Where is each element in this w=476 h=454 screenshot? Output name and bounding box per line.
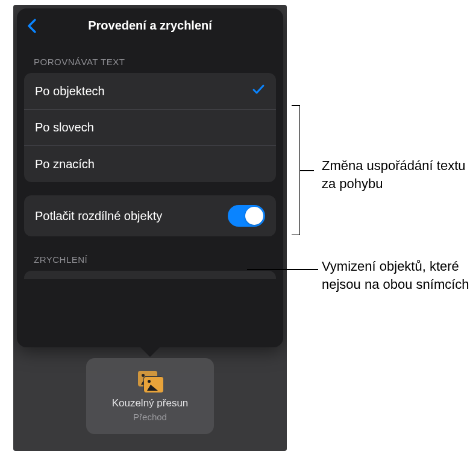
- fade-unmatched-row: Potlačit rozdílné objekty: [24, 195, 276, 236]
- callout-bracket: [292, 105, 300, 235]
- transition-thumbnail[interactable]: Kouzelný přesun Přechod: [86, 358, 214, 434]
- popover-title: Provedení a zrychlení: [88, 19, 212, 33]
- fade-group: Potlačit rozdílné objekty: [24, 195, 276, 236]
- option-label: Po objektech: [35, 84, 105, 98]
- thumbnail-subtitle: Přechod: [133, 412, 167, 422]
- popover-header: Provedení a zrychlení: [17, 8, 283, 42]
- callout-text-match: Změna uspořádání textu za pohybu: [322, 157, 476, 192]
- section-label-match-text: Porovnávat text: [17, 42, 283, 73]
- popover-arrow: [139, 346, 161, 357]
- fade-unmatched-toggle[interactable]: [228, 205, 265, 227]
- magic-move-icon: [136, 371, 164, 393]
- chevron-left-icon: [27, 18, 37, 34]
- section-label-acceleration: Zrychlení: [17, 236, 283, 271]
- option-by-characters[interactable]: Po znacích: [24, 146, 276, 182]
- checkmark-icon: [252, 83, 265, 99]
- option-label: Po znacích: [35, 157, 95, 171]
- toggle-knob: [245, 207, 263, 225]
- back-button[interactable]: [23, 17, 41, 35]
- option-by-words[interactable]: Po slovech: [24, 110, 276, 146]
- acceleration-group-cutoff: [24, 271, 276, 279]
- settings-popover: Provedení a zrychlení Porovnávat text Po…: [17, 8, 283, 347]
- option-by-objects[interactable]: Po objektech: [24, 73, 276, 110]
- match-text-group: Po objektech Po slovech Po znacích: [24, 73, 276, 182]
- app-panel-background: Provedení a zrychlení Porovnávat text Po…: [13, 5, 287, 451]
- callout-leader: [247, 269, 318, 270]
- option-label: Po slovech: [35, 121, 94, 134]
- fade-label: Potlačit rozdílné objekty: [35, 209, 162, 224]
- thumbnail-title: Kouzelný přesun: [112, 397, 189, 409]
- callout-fade: Vymizení objektů, které nejsou na obou s…: [322, 257, 476, 293]
